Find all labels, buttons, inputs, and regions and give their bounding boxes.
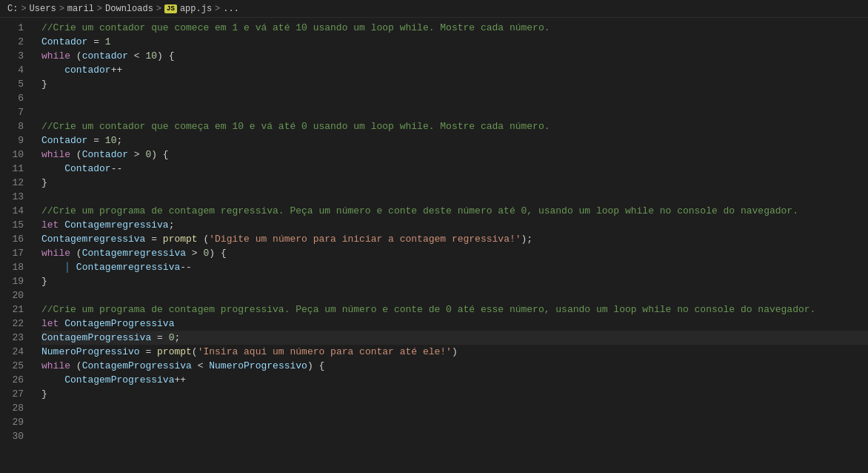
line-number: 25 (0, 359, 31, 373)
line-number: 6 (0, 91, 31, 105)
line-numbers: 1234567891011121314151617181920212223242… (0, 18, 31, 473)
breadcrumb-c: C: (7, 4, 18, 14)
table-row: contador++ (41, 63, 868, 77)
breadcrumb-ellipsis: ... (223, 4, 239, 14)
table-row (41, 288, 868, 302)
table-row: } (41, 274, 868, 288)
table-row: } (41, 176, 868, 190)
line-number: 4 (0, 63, 31, 77)
breadcrumb-downloads: Downloads (105, 4, 153, 14)
line-number: 28 (0, 401, 31, 415)
table-row: NumeroProgressivo = prompt('Insira aqui … (41, 345, 868, 359)
table-row: Contador-- (41, 162, 868, 176)
table-row (41, 401, 868, 415)
line-number: 21 (0, 302, 31, 317)
line-number: 10 (0, 148, 31, 162)
table-row (41, 429, 868, 443)
line-number: 12 (0, 176, 31, 190)
table-row: //Crie um contador que comece em 1 e vá … (41, 21, 868, 35)
table-row: while (contador < 10) { (41, 49, 868, 63)
line-number: 30 (0, 429, 31, 443)
table-row: while (Contador > 0) { (41, 148, 868, 162)
table-row: Contador = 1 (41, 35, 868, 49)
line-number: 14 (0, 204, 31, 218)
breadcrumb: C: > Users > maril > Downloads > JS app.… (0, 0, 868, 18)
table-row: Contador = 10; (41, 133, 868, 148)
table-row (41, 105, 868, 119)
line-number: 17 (0, 246, 31, 260)
line-number: 15 (0, 218, 31, 232)
table-row: //Crie um contador que começa em 10 e vá… (41, 119, 868, 133)
table-row: //Crie um programa de contagem regressiv… (41, 204, 868, 218)
breadcrumb-maril: maril (67, 4, 94, 14)
line-number: 11 (0, 162, 31, 176)
line-number: 19 (0, 274, 31, 288)
line-number: 5 (0, 77, 31, 91)
js-icon: JS (164, 4, 177, 13)
editor: 1234567891011121314151617181920212223242… (0, 18, 868, 473)
table-row: //Crie um programa de contagem progressi… (41, 302, 868, 317)
line-number: 13 (0, 190, 31, 204)
table-row: } (41, 77, 868, 91)
table-row: Contagemregressiva = prompt ('Digite um … (41, 232, 868, 246)
line-number: 26 (0, 373, 31, 387)
table-row: while (ContagemProgressiva < NumeroProgr… (41, 359, 868, 373)
table-row: ContagemProgressiva++ (41, 373, 868, 387)
table-row: } (41, 387, 868, 401)
line-number: 1 (0, 21, 31, 35)
table-row (41, 415, 868, 429)
line-number: 27 (0, 387, 31, 401)
breadcrumb-users: Users (30, 4, 56, 14)
line-number: 23 (0, 331, 31, 345)
breadcrumb-file: app.js (180, 4, 212, 14)
line-number: 24 (0, 345, 31, 359)
line-number: 2 (0, 35, 31, 49)
table-row: while (Contagemregressiva > 0) { (41, 246, 868, 260)
table-row: let Contagemregressiva; (41, 218, 868, 232)
line-number: 9 (0, 133, 31, 148)
line-number: 29 (0, 415, 31, 429)
line-number: 18 (0, 260, 31, 274)
line-number: 7 (0, 105, 31, 119)
line-number: 3 (0, 49, 31, 63)
table-row (41, 190, 868, 204)
table-row: │ Contagemregressiva-- (41, 260, 868, 274)
line-number: 16 (0, 232, 31, 246)
line-number: 8 (0, 119, 31, 133)
table-row: let ContagemProgressiva (41, 317, 868, 331)
table-row (41, 91, 868, 105)
line-number: 22 (0, 317, 31, 331)
table-row: ContagemProgressiva = 0; (41, 331, 868, 345)
code-area[interactable]: //Crie um contador que comece em 1 e vá … (31, 18, 868, 473)
line-number: 20 (0, 288, 31, 302)
